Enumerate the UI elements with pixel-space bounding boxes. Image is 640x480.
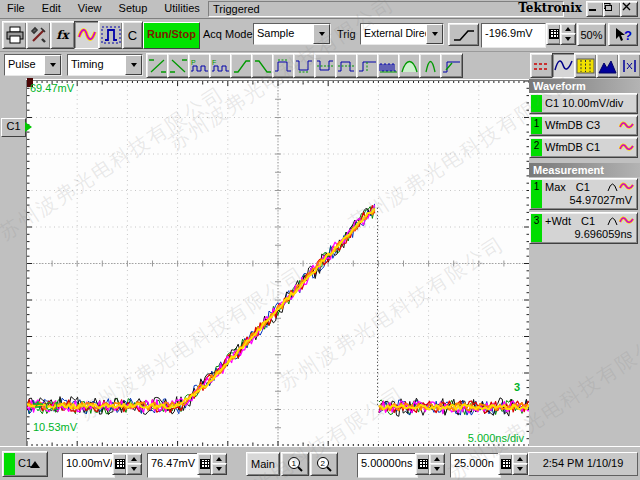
- trig-source-select[interactable]: External Direct: [360, 23, 444, 45]
- measure-burst-button[interactable]: [377, 53, 400, 78]
- top-voltage-label: 69.47mV: [30, 82, 74, 94]
- histogram-button[interactable]: [574, 53, 597, 78]
- measurement1-source: C1: [576, 181, 590, 193]
- channel-position-marker[interactable]: C1: [1, 118, 26, 137]
- acq-mode-dropdown[interactable]: [313, 24, 330, 44]
- measure-delay-button[interactable]: [356, 53, 379, 78]
- acq-mode-select[interactable]: Sample: [253, 23, 331, 45]
- tools-icon: [29, 26, 49, 44]
- measure-rising-edge-button[interactable]: [230, 53, 253, 78]
- measure-falling-edge-button[interactable]: [251, 53, 274, 78]
- bottom-voltage-label: 10.53mV: [33, 421, 77, 433]
- spin-down-button[interactable]: [429, 463, 445, 475]
- restore-button[interactable]: [603, 1, 621, 17]
- waveform-style-button[interactable]: [552, 53, 575, 78]
- bell-curve-icon: [606, 180, 619, 192]
- trig-level-field[interactable]: -196.9mV: [481, 23, 546, 48]
- measure-negative-duty-button[interactable]: [314, 53, 337, 78]
- spin-down-button[interactable]: [126, 463, 142, 475]
- spin-down-button[interactable]: [211, 463, 227, 475]
- arrow-up-icon: [434, 457, 440, 461]
- measurement1-name: Max: [545, 181, 566, 193]
- print-button[interactable]: [2, 21, 27, 49]
- c-label: C: [128, 28, 137, 43]
- measure-frequency-button[interactable]: F: [209, 53, 232, 78]
- record-length-field[interactable]: 25.000n: [450, 453, 501, 478]
- zoom1-button[interactable]: 1: [281, 452, 309, 476]
- pulse-mode-button[interactable]: [98, 21, 123, 49]
- waveform-icon: [77, 26, 97, 44]
- wfmdb2-button[interactable]: 2 WfmDB C1: [529, 137, 638, 158]
- measure-peak-button[interactable]: [419, 53, 442, 78]
- wfmdb1-stripe: 1: [531, 117, 542, 134]
- keypad-icon: [200, 459, 210, 469]
- channel-select-button[interactable]: C1: [2, 451, 48, 477]
- wfmdb2-label: WfmDB C1: [545, 141, 600, 153]
- trig-source-dropdown[interactable]: [426, 24, 443, 44]
- run-stop-button[interactable]: Run/Stop: [143, 22, 200, 49]
- negative-width-icon: [295, 58, 314, 74]
- waveform-scale-button[interactable]: C1 10.00mV/div: [529, 93, 638, 114]
- measure-positive-width-button[interactable]: [272, 53, 295, 78]
- c-button[interactable]: C: [122, 21, 143, 49]
- meas-class-dropdown[interactable]: [125, 55, 142, 75]
- trig-level-keypad-button[interactable]: [546, 23, 561, 45]
- vertical-offset-field[interactable]: 76.47mV: [147, 453, 200, 478]
- settling-icon: [442, 58, 461, 74]
- horizontal-mode-button[interactable]: Main: [246, 452, 280, 476]
- meas-category-dropdown[interactable]: [44, 55, 61, 75]
- cursors-button[interactable]: [618, 53, 640, 78]
- measure-settling-button[interactable]: [440, 53, 463, 78]
- menu-edit[interactable]: Edit: [35, 0, 68, 17]
- restore-icon: [604, 2, 616, 12]
- menu-bar: File Edit View Setup Utilities Help Trig…: [0, 0, 640, 19]
- minimize-button[interactable]: [586, 1, 604, 17]
- fx-label: fx: [56, 28, 68, 42]
- measure-negative-width-button[interactable]: [293, 53, 316, 78]
- zoom2-button[interactable]: 2: [310, 452, 338, 476]
- measure-period-button[interactable]: P: [188, 53, 211, 78]
- menu-utilities[interactable]: Utilities: [157, 0, 206, 17]
- arrow-down-icon: [517, 467, 523, 471]
- wfmdb-icon: [619, 180, 635, 192]
- display-zoom-button[interactable]: 50%: [577, 23, 606, 46]
- close-icon: [621, 2, 633, 12]
- menu-setup[interactable]: Setup: [112, 0, 155, 17]
- measure-positive-duty-button[interactable]: [335, 53, 358, 78]
- measurement2-source: C1: [581, 215, 595, 227]
- vertical-scale-field[interactable]: 10.00mV/: [62, 453, 115, 478]
- menu-view[interactable]: View: [71, 0, 109, 17]
- record-length-spinner: [512, 453, 526, 473]
- spin-down-button[interactable]: [512, 463, 528, 475]
- trig-source-value: External Direct: [364, 27, 433, 39]
- region-marker: 3: [514, 381, 520, 393]
- meas-class-select[interactable]: Timing: [67, 54, 143, 76]
- context-help-button[interactable]: ?: [608, 23, 638, 46]
- vertical-scale-keypad-button[interactable]: [112, 453, 127, 475]
- cursors-icon: [620, 58, 639, 74]
- close-button[interactable]: [620, 1, 638, 17]
- horizontal-scale-spinner: [429, 453, 443, 473]
- wfmdb1-label: WfmDB C3: [545, 119, 600, 131]
- measure-amplitude-button[interactable]: [398, 53, 421, 78]
- horizontal-scale-keypad-button[interactable]: [415, 453, 430, 475]
- measurement2-button[interactable]: 3 +WdtC1 9.696059ns: [529, 212, 638, 244]
- wfmdb1-button[interactable]: 1 WfmDB C3: [529, 115, 638, 136]
- positive-width-icon: [274, 58, 293, 74]
- trig-slope-button[interactable]: [448, 23, 479, 46]
- menu-file[interactable]: File: [0, 0, 32, 17]
- measure-fall-time-button[interactable]: [167, 53, 190, 78]
- horizontal-scale-field[interactable]: 5.00000ns: [357, 453, 418, 478]
- persistence-button[interactable]: [596, 53, 619, 78]
- horizontal-mode-label: Main: [251, 458, 275, 470]
- vertical-offset-keypad-button[interactable]: [197, 453, 212, 475]
- meas-category-select[interactable]: Pulse: [4, 54, 62, 76]
- tools-button[interactable]: [26, 21, 51, 49]
- record-length-keypad-button[interactable]: [498, 453, 513, 475]
- spin-down-button[interactable]: [560, 33, 576, 45]
- measurement1-button[interactable]: 1 MaxC1 54.97027mV: [529, 178, 638, 210]
- strip-chart-button[interactable]: [530, 53, 553, 78]
- measure-rise-time-button[interactable]: [146, 53, 169, 78]
- fx-button[interactable]: fx: [50, 21, 75, 49]
- waveform-mode-button[interactable]: [74, 21, 99, 49]
